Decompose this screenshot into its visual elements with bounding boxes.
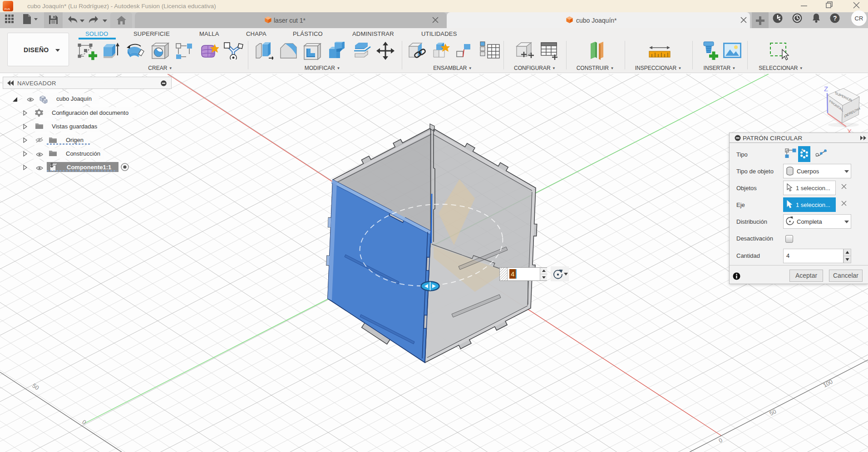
svg-text:Z: Z: [824, 85, 828, 93]
